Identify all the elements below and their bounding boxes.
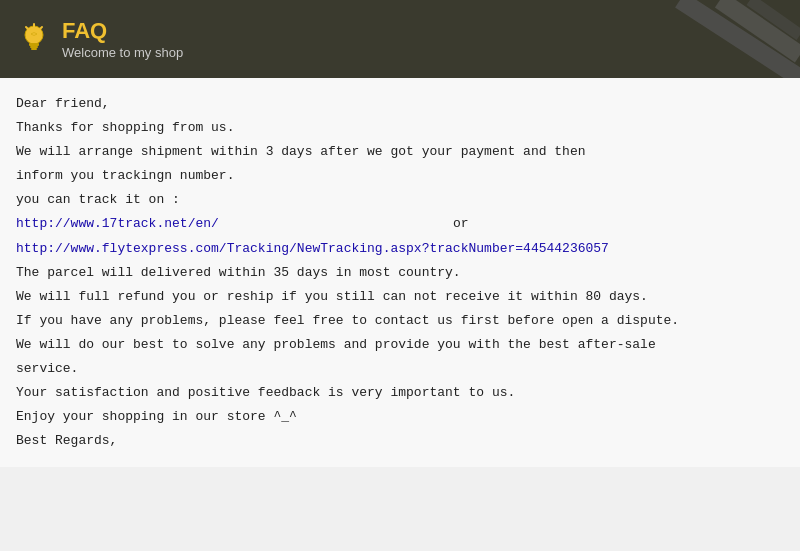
line6: The parcel will delivered within 35 days… (16, 261, 784, 285)
line12: Enjoy your shopping in our store ^_^ (16, 405, 784, 429)
svg-rect-4 (29, 43, 39, 46)
line8: If you have any problems, please feel fr… (16, 309, 784, 333)
header: FAQ Welcome to my shop (0, 0, 800, 78)
svg-line-9 (26, 27, 28, 29)
line1: Thanks for shopping from us. (16, 116, 784, 140)
line2: We will arrange shipment within 3 days a… (16, 140, 784, 164)
logo-area: FAQ Welcome to my shop (16, 18, 183, 59)
line5: http://www.17track.net/en/ or (16, 212, 784, 236)
line3: inform you trackingn number. (16, 164, 784, 188)
faq-subtitle: Welcome to my shop (62, 45, 183, 60)
line11: Your satisfaction and positive feedback … (16, 381, 784, 405)
bulb-icon (16, 21, 52, 57)
header-decoration (600, 0, 800, 78)
svg-rect-6 (31, 48, 37, 50)
svg-rect-5 (30, 46, 38, 48)
line5b: http://www.flytexpress.com/Tracking/NewT… (16, 237, 784, 261)
header-text: FAQ Welcome to my shop (62, 18, 183, 59)
line7: We will full refund you or reship if you… (16, 285, 784, 309)
svg-line-8 (40, 27, 42, 29)
line10: service. (16, 357, 784, 381)
track-url1[interactable]: http://www.17track.net/en/ (16, 216, 219, 231)
line4: you can track it on : (16, 188, 784, 212)
faq-title: FAQ (62, 18, 183, 44)
greeting: Dear friend, (16, 92, 784, 116)
line9: We will do our best to solve any problem… (16, 333, 784, 357)
line5-or: or (453, 216, 469, 231)
track-url2[interactable]: http://www.flytexpress.com/Tracking/NewT… (16, 241, 609, 256)
content-area: Dear friend, Thanks for shopping from us… (0, 78, 800, 467)
line13: Best Regards, (16, 429, 784, 453)
